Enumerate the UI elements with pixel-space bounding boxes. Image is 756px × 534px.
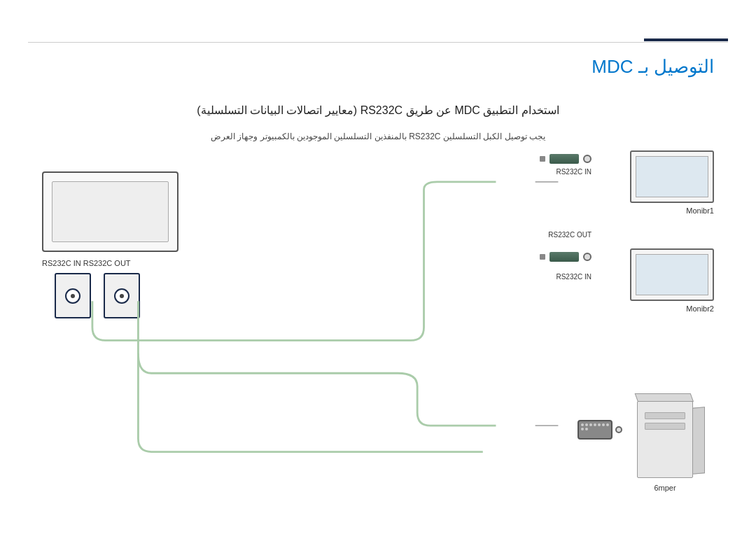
port-block-right xyxy=(104,273,140,318)
connector-top xyxy=(540,154,592,164)
accent-line xyxy=(644,38,728,41)
monitor1-label: Monibr1 xyxy=(686,206,714,215)
db9-pin xyxy=(606,423,609,426)
port-circle-right xyxy=(114,288,130,304)
diagram: RS232C IN RS232C OUT RS232C IN RS232C OU… xyxy=(42,150,714,478)
tower-drive1 xyxy=(645,412,685,419)
db9-pin xyxy=(581,428,584,430)
main-heading: استخدام التطبيق MDC عن طريق RS232C (معاي… xyxy=(42,104,714,117)
tower-side xyxy=(692,407,705,475)
plug-circle-bottom xyxy=(583,253,592,261)
db9-pin xyxy=(589,423,592,426)
tower-drive2 xyxy=(645,423,685,430)
tower-label: 6mper xyxy=(654,484,676,492)
monitor1-screen xyxy=(636,156,708,197)
port-dot-left xyxy=(71,294,75,298)
db9-pin xyxy=(602,423,605,426)
db9-body xyxy=(578,420,612,440)
left-device-box xyxy=(42,171,178,252)
connector-group-bottom xyxy=(540,252,592,265)
db9-pins xyxy=(579,421,611,433)
tower-body xyxy=(637,401,693,478)
computer-tower: 6mper xyxy=(637,401,693,478)
plug-body-bottom xyxy=(550,252,579,262)
left-device-screen xyxy=(52,181,169,242)
connector-bottom xyxy=(540,252,592,262)
db9-connector xyxy=(578,420,612,440)
db9-pin xyxy=(594,423,596,426)
plug-tip-top xyxy=(540,156,545,162)
rs232-in-top-label: RS232C IN xyxy=(556,168,592,176)
db9-side-circle xyxy=(615,426,622,433)
db9-pin xyxy=(581,423,584,426)
db9-pin xyxy=(598,423,601,426)
plug-circle-top xyxy=(583,155,592,163)
monitor1 xyxy=(630,150,714,203)
connector-group-top xyxy=(540,154,592,167)
sub-description: يجب توصيل الكبل التسلسلين RS232C بالمنفذ… xyxy=(42,132,714,141)
top-border xyxy=(28,42,728,43)
monitor2-label: Monibr2 xyxy=(686,304,714,313)
port-block-left xyxy=(55,273,91,318)
page-title: التوصيل بـ MDC xyxy=(592,56,714,78)
plug-body-top xyxy=(550,154,579,164)
monitor2 xyxy=(630,248,714,301)
plug-tip-bottom xyxy=(540,254,545,260)
tower-top xyxy=(635,393,694,402)
rs232-out-label: RS232C OUT xyxy=(548,231,592,239)
db9-pin xyxy=(585,428,588,430)
port-dot-right xyxy=(120,294,124,298)
port-circle-left xyxy=(65,288,80,304)
rs232-in-bot-label: RS232C IN xyxy=(556,273,592,281)
db9-pin xyxy=(585,423,588,426)
rs232-port-label: RS232C IN RS232C OUT xyxy=(42,259,131,267)
monitor2-screen xyxy=(636,254,708,295)
